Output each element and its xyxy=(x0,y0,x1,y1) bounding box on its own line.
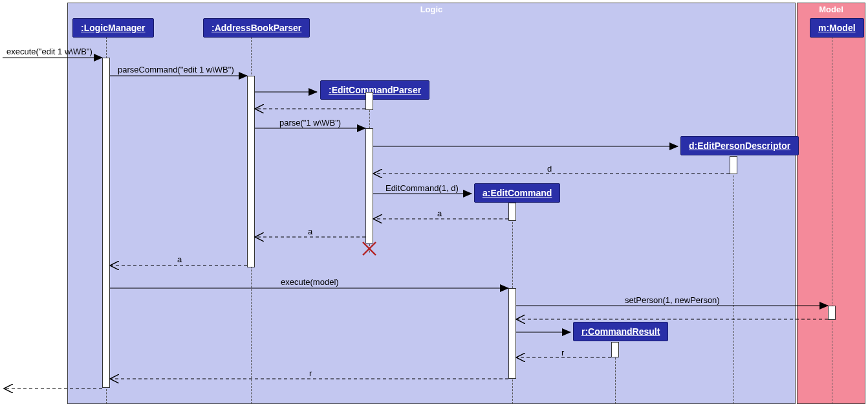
participant-logic-manager: :LogicManager xyxy=(72,18,154,38)
activation-edit-command-parser-2 xyxy=(365,128,373,243)
frame-logic: Logic xyxy=(67,3,796,404)
activation-edit-command-parser-1 xyxy=(365,92,373,110)
frame-model: Model xyxy=(797,3,865,404)
participant-edit-person-descriptor: d:EditPersonDescriptor xyxy=(680,136,799,155)
msg-return-a1: a xyxy=(437,209,442,218)
msg-set-person: setPerson(1, newPerson) xyxy=(625,295,720,305)
participant-edit-command-parser: :EditCommandParser xyxy=(320,80,429,100)
lifeline-model xyxy=(832,37,832,404)
participant-edit-command: a:EditCommand xyxy=(474,183,560,203)
activation-command-result xyxy=(611,342,619,357)
msg-return-a3: a xyxy=(177,254,182,264)
participant-command-result: r:CommandResult xyxy=(573,322,668,341)
msg-parse: parse("1 w\WB") xyxy=(279,118,341,128)
activation-edit-command-1 xyxy=(508,203,516,221)
activation-edit-command-2 xyxy=(508,288,516,379)
msg-return-d: d xyxy=(547,164,552,174)
frame-logic-label: Logic xyxy=(420,3,443,14)
frame-model-label: Model xyxy=(819,3,843,14)
activation-address-book-parser xyxy=(247,76,255,267)
participant-model: m:Model xyxy=(810,18,864,38)
msg-execute-model: execute(model) xyxy=(281,277,339,287)
activation-logic-manager xyxy=(102,58,110,388)
msg-parse-command: parseCommand("edit 1 w\WB") xyxy=(118,65,234,74)
msg-return-r2: r xyxy=(309,368,312,378)
msg-edit-command-new: EditCommand(1, d) xyxy=(385,183,459,193)
activation-edit-person-descriptor xyxy=(730,156,737,174)
activation-model xyxy=(828,306,836,320)
msg-execute-edit: execute("edit 1 w\WB") xyxy=(6,47,92,56)
lifeline-edit-person-descriptor xyxy=(733,156,734,404)
msg-return-a2: a xyxy=(308,227,312,236)
participant-address-book-parser: :AddressBookParser xyxy=(203,18,310,38)
msg-return-r1: r xyxy=(561,348,564,357)
